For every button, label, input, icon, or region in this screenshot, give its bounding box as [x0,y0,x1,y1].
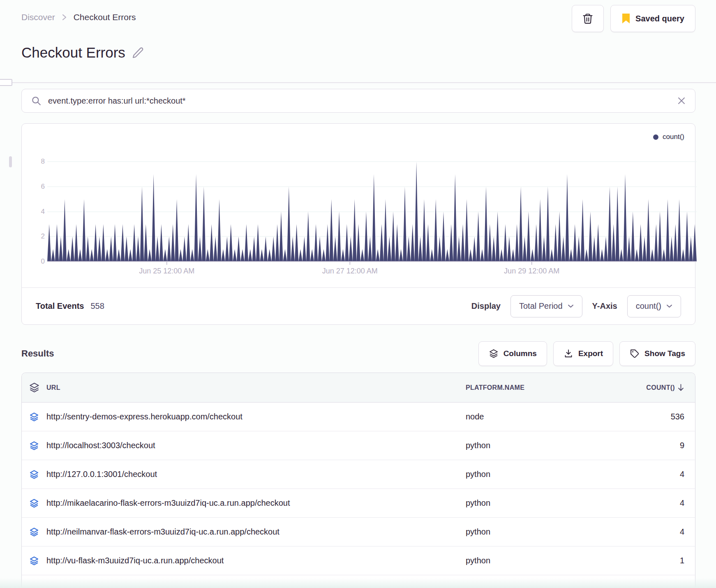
bookmark-icon [621,13,631,24]
results-header: Results Columns Export [21,340,695,367]
breadcrumb-current: Checkout Errors [74,12,136,22]
column-header-platform[interactable]: PLATFORM.NAME [466,384,601,391]
yaxis-value: count() [636,301,661,311]
total-events-label: Total Events [36,301,84,311]
table-row: http://127.0.0.1:3001/checkout python 4 [22,460,695,489]
row-url[interactable]: http://localhost:3003/checkout [46,441,466,450]
row-url[interactable]: http://vu-flask-m3uuizd7iq-uc.a.run.app/… [46,556,466,565]
saved-query-button[interactable]: Saved query [610,5,695,32]
saved-query-label: Saved query [635,14,684,23]
table-row: http://mikaelacarino-flask-errors-m3uuiz… [22,489,695,518]
export-button[interactable]: Export [553,341,613,366]
y-tick: 0 [28,257,45,266]
row-actions-button[interactable] [22,470,46,479]
row-actions-button[interactable] [22,556,46,566]
events-chart-panel: count() 8 6 4 2 0 Jun 25 12:00 AM Jun 27… [21,123,695,325]
edit-title-button[interactable] [132,46,144,59]
row-actions-button[interactable] [22,412,46,422]
total-events: Total Events 558 [36,301,104,311]
page-title: Checkout Errors [21,44,144,61]
export-label: Export [578,349,603,358]
page-title-text: Checkout Errors [21,44,125,61]
search-input[interactable] [48,96,670,106]
chevron-down-icon [666,304,672,308]
row-count: 4 [601,470,695,479]
table-header-row: URL PLATFORM.NAME COUNT() [22,373,695,403]
table-row: http://localhost:3003/checkout python 9 [22,431,695,460]
row-count: 4 [601,527,695,537]
columns-button[interactable]: Columns [478,341,547,366]
results-table: URL PLATFORM.NAME COUNT() http://sentry-… [21,373,695,588]
discover-page: Discover Checkout Errors Saved query Che… [0,0,716,588]
delete-query-button[interactable] [572,5,604,32]
row-platform: python [466,556,601,565]
row-actions-button[interactable] [22,441,46,451]
x-tick-label: Jun 29 12:00 AM [504,267,559,275]
column-header-count[interactable]: COUNT() [601,384,695,391]
display-label: Display [471,301,501,311]
y-tick: 4 [28,208,45,216]
row-platform: python [466,441,601,450]
row-count: 1 [601,556,695,565]
yaxis-label: Y-Axis [592,301,617,311]
row-count: 536 [601,412,695,421]
breadcrumb: Discover Checkout Errors [21,12,136,22]
header-layers-button[interactable] [22,382,46,393]
row-platform: node [466,412,601,421]
results-table-body: http://sentry-demos-express.herokuapp.co… [22,403,695,575]
row-url[interactable]: http://127.0.0.1:3001/checkout [46,470,466,479]
y-tick: 2 [28,232,45,241]
total-events-value: 558 [90,301,104,311]
results-buttons: Columns Export Show Tags [478,341,695,366]
table-row: http://vu-flask-m3uuizd7iq-uc.a.run.app/… [22,546,695,575]
edge-scroll-pill [9,156,12,167]
sidebar-drawer-handle[interactable] [0,79,12,86]
show-tags-button[interactable]: Show Tags [619,341,695,366]
row-url[interactable]: http://neilmanvar-flask-errors-m3uuizd7i… [46,527,466,537]
y-tick: 6 [28,183,45,191]
top-actions: Saved query [572,5,695,32]
table-row: http://sentry-demos-express.herokuapp.co… [22,403,695,431]
breadcrumb-discover-link[interactable]: Discover [21,12,55,22]
row-url[interactable]: http://mikaelacarino-flask-errors-m3uuiz… [46,498,466,508]
results-heading: Results [21,348,54,359]
header-divider [0,82,716,83]
chevron-right-icon [62,13,67,21]
row-actions-button[interactable] [22,527,46,537]
download-icon [564,349,573,359]
chevron-down-icon [568,304,574,308]
column-header-url[interactable]: URL [46,384,466,391]
columns-label: Columns [504,349,537,358]
y-tick: 8 [28,157,45,166]
x-axis-ticks [167,262,532,265]
tag-icon [630,349,640,359]
display-dropdown[interactable]: Total Period [510,295,582,317]
row-platform: python [466,470,601,479]
row-count: 4 [601,498,695,508]
display-value: Total Period [519,301,563,311]
row-url[interactable]: http://sentry-demos-express.herokuapp.co… [46,412,466,421]
events-bar-chart[interactable] [47,136,697,266]
yaxis-dropdown[interactable]: count() [627,295,681,317]
table-row: http://neilmanvar-flask-errors-m3uuizd7i… [22,518,695,546]
show-tags-label: Show Tags [644,349,685,358]
row-count: 9 [601,441,695,450]
layers-icon [489,349,499,359]
clear-search-button[interactable] [677,96,686,105]
trash-icon [582,13,594,24]
row-platform: python [466,498,601,508]
x-tick-label: Jun 25 12:00 AM [139,267,194,275]
arrow-down-icon [677,384,684,391]
row-platform: python [466,527,601,537]
row-actions-button[interactable] [22,498,46,508]
search-icon [31,95,42,106]
search-bar [21,89,695,113]
chart-controls: Display Total Period Y-Axis count() [471,295,681,317]
chart-footer: Total Events 558 Display Total Period Y-… [22,287,695,324]
x-tick-label: Jun 27 12:00 AM [322,267,378,275]
